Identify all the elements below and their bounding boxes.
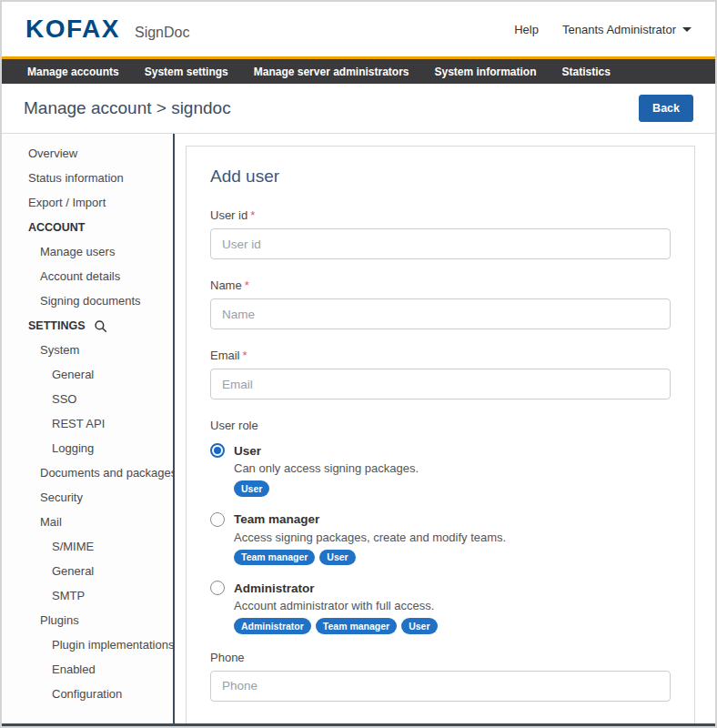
required-marker: * — [245, 278, 249, 292]
radio-user[interactable] — [210, 443, 225, 458]
field-label-name: Name* — [210, 278, 671, 292]
add-user-panel: Add user User id*Name*Email* User role U… — [186, 146, 695, 728]
sidebar-item-label: Plugin implementations — [52, 638, 174, 652]
sidebar-item-configuration[interactable]: Configuration — [2, 682, 173, 706]
required-marker: * — [243, 349, 247, 362]
sidebar-item-export-import[interactable]: Export / Import — [2, 190, 173, 215]
sidebar-item-manage-users[interactable]: Manage users — [2, 239, 173, 264]
app-window: KOFAX SignDoc Help Tenants Administrator… — [0, 0, 717, 728]
sidebar: OverviewStatus informationExport / Impor… — [2, 134, 175, 723]
field-label-text: User id — [210, 208, 247, 222]
window-bottom-edge — [2, 723, 715, 726]
sidebar-item-status-information[interactable]: Status information — [2, 166, 173, 190]
role-badge-user: User — [401, 618, 437, 634]
sidebar-item-label: SETTINGS — [28, 319, 86, 332]
sidebar-item-label: Overview — [28, 147, 77, 160]
main-content: Add user User id*Name*Email* User role U… — [175, 134, 715, 723]
nav-item-system-information[interactable]: System information — [422, 59, 550, 84]
nav-item-statistics[interactable]: Statistics — [550, 59, 623, 84]
header-right: Help Tenants Administrator — [514, 23, 692, 36]
kofax-logo: KOFAX — [25, 15, 120, 44]
required-marker: * — [250, 208, 255, 222]
field-group-user-id: User id* — [210, 208, 671, 259]
sidebar-item-smtp[interactable]: SMTP — [2, 583, 173, 608]
role-badges: User — [234, 480, 671, 497]
user-role-section: User role UserCan only access signing pa… — [210, 419, 671, 634]
sidebar-item-account-details[interactable]: Account details — [2, 264, 173, 288]
sidebar-item-sso[interactable]: SSO — [2, 387, 173, 411]
phone-input[interactable] — [210, 671, 671, 702]
form-title: Add user — [210, 167, 671, 187]
sidebar-item-s-mime[interactable]: S/MIME — [2, 534, 173, 559]
sidebar-item-label: Configuration — [52, 687, 122, 701]
product-name: SignDoc — [135, 25, 189, 41]
role-description: Access signing packages, create and modi… — [234, 531, 671, 544]
chevron-down-icon — [682, 27, 692, 32]
sidebar-item-label: Manage users — [40, 245, 115, 258]
name-input[interactable] — [210, 298, 671, 329]
sidebar-item-general[interactable]: General — [2, 559, 173, 583]
role-option-row: User — [210, 443, 671, 458]
role-name[interactable]: Team manager — [234, 512, 319, 526]
sidebar-item-label: General — [52, 368, 94, 381]
field-label-text: Name — [210, 278, 242, 292]
radio-team-manager[interactable] — [210, 512, 225, 527]
user-menu-label: Tenants Administrator — [562, 23, 676, 36]
text-fields: User id*Name*Email* — [210, 208, 671, 399]
sidebar-item-label: ACCOUNT — [28, 221, 86, 234]
page-title: Manage account > signdoc — [24, 98, 231, 118]
sidebar-item-label: Plugins — [40, 613, 79, 627]
sidebar-item-label: Signing documents — [40, 294, 141, 308]
nav-item-manage-server-administrators[interactable]: Manage server administrators — [241, 59, 422, 84]
app-header: KOFAX SignDoc Help Tenants Administrator — [2, 2, 715, 56]
sidebar-item-plugins[interactable]: Plugins — [2, 608, 173, 632]
sidebar-item-label: Security — [40, 490, 83, 504]
sidebar-item-label: General — [52, 564, 94, 578]
nav-item-manage-accounts[interactable]: Manage accounts — [15, 59, 132, 84]
sidebar-item-plugin-implementations[interactable]: Plugin implementations — [2, 632, 173, 657]
role-badge-team-manager: Team manager — [316, 618, 397, 634]
page-body: OverviewStatus informationExport / Impor… — [2, 134, 715, 723]
user-menu[interactable]: Tenants Administrator — [562, 23, 692, 36]
radio-administrator[interactable] — [210, 581, 225, 595]
main-navbar: Manage accountsSystem settingsManage ser… — [2, 59, 715, 84]
sidebar-item-overview[interactable]: Overview — [2, 141, 173, 166]
sidebar-item-label: Enabled — [52, 662, 96, 676]
sidebar-item-label: Account details — [40, 269, 120, 283]
sidebar-item-label: REST API — [52, 417, 105, 430]
sidebar-item-label: Logging — [52, 441, 94, 455]
role-option-team-manager: Team managerAccess signing packages, cre… — [210, 512, 671, 566]
sidebar-item-mail[interactable]: Mail — [2, 510, 173, 534]
back-button[interactable]: Back — [639, 95, 693, 122]
role-name[interactable]: User — [234, 444, 261, 458]
role-badge-user: User — [319, 550, 355, 566]
role-option-administrator: AdministratorAccount administrator with … — [210, 581, 671, 634]
sidebar-section-account: ACCOUNT — [2, 215, 173, 239]
role-option-row: Team manager — [210, 512, 671, 527]
page-title-bar: Manage account > signdoc Back — [2, 84, 715, 134]
field-label-text: Email — [210, 349, 240, 362]
sidebar-item-signing-documents[interactable]: Signing documents — [2, 288, 173, 313]
sidebar-item-label: SMTP — [52, 589, 85, 602]
sidebar-item-system[interactable]: System — [2, 338, 173, 362]
field-label-email: Email* — [210, 349, 671, 362]
search-icon[interactable] — [94, 319, 107, 333]
sidebar-item-label: S/MIME — [52, 540, 94, 553]
role-name[interactable]: Administrator — [234, 581, 315, 595]
user-id-input[interactable] — [210, 228, 671, 259]
email-input[interactable] — [210, 369, 671, 399]
sidebar-item-logging[interactable]: Logging — [2, 436, 173, 460]
sidebar-item-general[interactable]: General — [2, 362, 173, 387]
role-badges: Team managerUser — [234, 550, 671, 566]
nav-item-system-settings[interactable]: System settings — [132, 59, 241, 84]
phone-field-container: Phone — [210, 651, 671, 702]
role-option-row: Administrator — [210, 581, 671, 595]
help-link[interactable]: Help — [514, 23, 539, 36]
field-label-phone: Phone — [210, 651, 671, 664]
sidebar-item-documents-and-packages[interactable]: Documents and packages — [2, 460, 173, 485]
role-badge-administrator: Administrator — [234, 618, 311, 634]
field-label-text: Phone — [210, 651, 245, 664]
sidebar-item-security[interactable]: Security — [2, 485, 173, 510]
sidebar-item-rest-api[interactable]: REST API — [2, 411, 173, 436]
sidebar-item-enabled[interactable]: Enabled — [2, 657, 173, 682]
